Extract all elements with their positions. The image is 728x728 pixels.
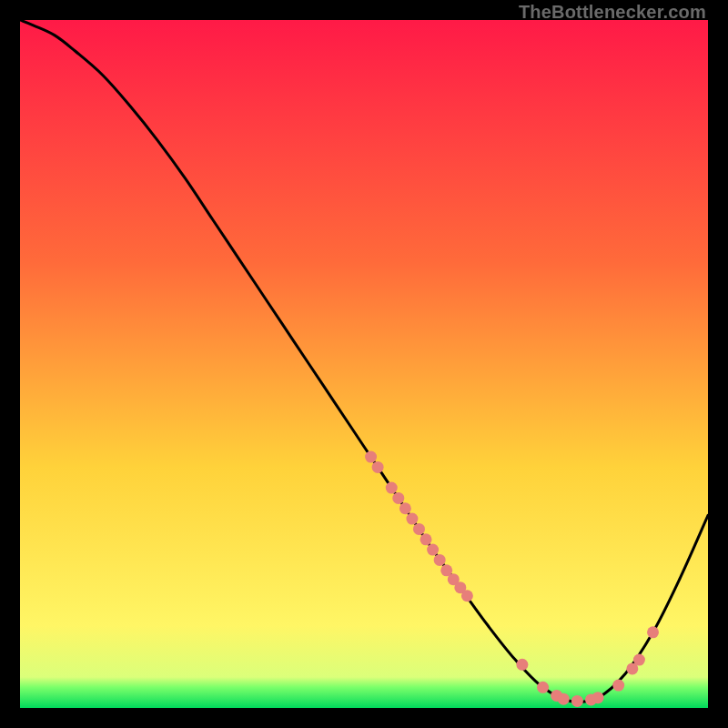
bottleneck-curve: [20, 20, 708, 708]
attribution-text: TheBottlenecker.com: [519, 2, 706, 23]
chart-frame: [20, 20, 708, 708]
